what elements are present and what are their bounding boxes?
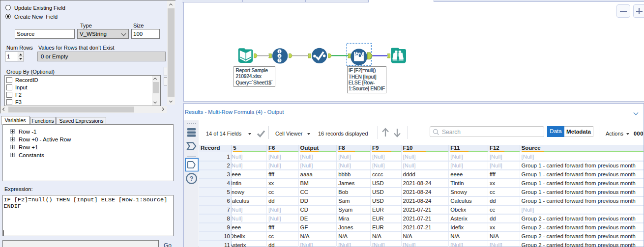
svg-text:3: 3 xyxy=(279,58,281,62)
svg-text:2: 2 xyxy=(279,54,281,57)
svg-text:1: 1 xyxy=(279,50,281,53)
svg-text:?: ? xyxy=(190,175,194,182)
